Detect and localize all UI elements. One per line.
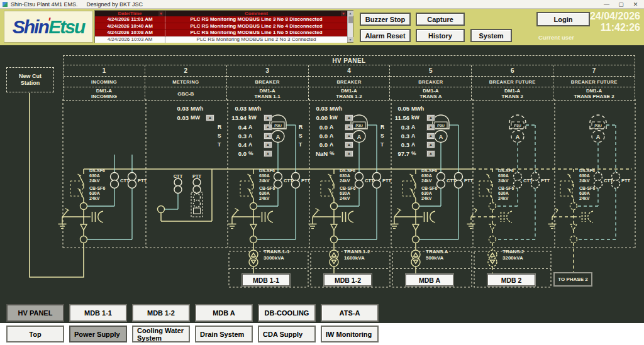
scroll-down-icon[interactable]: ▼ bbox=[348, 37, 353, 42]
alarm-list-header: Date/Time ▼ Comment ▼ bbox=[95, 11, 347, 16]
meter-unit: A bbox=[409, 133, 425, 139]
screen-nav-row: HV PANELMDB 1-1MDB 1-2MDB ADB-COOLINGATS… bbox=[0, 304, 644, 323]
hv-column-5: 5BREAKERDM1-ATRANS A bbox=[390, 65, 472, 100]
hv-column-number: 1 bbox=[64, 65, 145, 77]
chart-peak-icon: ▲ bbox=[266, 134, 270, 138]
chart-peak-icon: ▲ bbox=[429, 143, 433, 146]
meter-value: 0.3 bbox=[225, 133, 247, 140]
phase-label: R bbox=[299, 124, 306, 130]
current-user-label: Current user bbox=[538, 34, 574, 41]
meter-unit: A bbox=[409, 141, 425, 148]
hv-panel-title: HV PANEL bbox=[64, 56, 635, 65]
meter-value: 0.03 bbox=[167, 105, 189, 112]
trend-button[interactable]: ▲ bbox=[426, 133, 435, 140]
logo-part2: Etsu bbox=[48, 16, 84, 38]
mdb-button-mdb-2[interactable]: MDB 2 bbox=[487, 274, 535, 286]
buzzer-stop-button[interactable]: Buzzer Stop bbox=[360, 13, 411, 26]
nav-button-cda-supply[interactable]: CDA Supply bbox=[258, 326, 316, 342]
trend-button[interactable]: ▲ bbox=[345, 141, 353, 148]
hv-column-number: 2 bbox=[145, 65, 226, 77]
maximize-icon[interactable]: ▢ bbox=[614, 0, 628, 9]
chart-peak-icon: ▲ bbox=[429, 134, 433, 138]
meter-unit: A bbox=[247, 141, 262, 148]
alarm-row[interactable]: 4/24/2026 10:40 AMPLC RS Monitoring MODB… bbox=[95, 23, 347, 30]
mdb-button-mdb-a[interactable]: MDB A bbox=[406, 274, 453, 286]
single-line-diagram: DS-SF6630A24kVCB-SF6630A24kVCTTPTTDS-SF6… bbox=[0, 45, 644, 323]
system-button[interactable]: System bbox=[470, 29, 512, 42]
chart-peak-icon: ▲ bbox=[266, 116, 270, 119]
alarm-row[interactable]: 4/24/2026 10:08 AMPLC RS Monitoring MODB… bbox=[95, 30, 347, 36]
alarm-row[interactable]: 4/24/2026 10:03 AMPLC RS Monitoring MODB… bbox=[95, 36, 347, 43]
alarm-reset-button[interactable]: Alarm Reset bbox=[360, 29, 411, 42]
trend-button[interactable]: ▲ bbox=[345, 150, 353, 157]
nav-button-iw-monitoring[interactable]: IW Monitoring bbox=[321, 326, 379, 342]
meter-value-row: NaN%▲ bbox=[272, 149, 353, 158]
meter-unit: MWh bbox=[247, 106, 262, 112]
hv-column-type: METERING bbox=[145, 77, 226, 87]
hv-column-type: BREAKER bbox=[390, 77, 471, 87]
nav-button-top[interactable]: Top bbox=[6, 326, 64, 342]
hv-column-1: 1INCOMINGDM1-AINCOMING bbox=[64, 65, 145, 100]
meter-value: 0.0 bbox=[225, 150, 247, 157]
minimize-icon[interactable]: — bbox=[599, 0, 614, 9]
trend-button[interactable]: ▲ bbox=[345, 124, 353, 131]
trend-button[interactable]: ▲ bbox=[264, 141, 272, 148]
nav-button-mdb-a[interactable]: MDB A bbox=[195, 304, 253, 322]
hv-column-number: 5 bbox=[390, 65, 471, 77]
window-subtitle: Designed by BKT JSC bbox=[87, 1, 143, 8]
alarm-column-datetime: Date/Time ▼ bbox=[95, 11, 165, 16]
window-title: Shin-Etsu Plant 4M1 EMS. bbox=[11, 1, 78, 8]
trend-button[interactable]: ▲ bbox=[426, 114, 435, 121]
phase-label: T bbox=[218, 141, 225, 148]
mdb-button-mdb-1-1[interactable]: MDB 1-1 bbox=[242, 274, 290, 286]
nav-button-drain-system[interactable]: Drain System bbox=[195, 326, 253, 342]
meter-value-row: 0.03MWh bbox=[272, 104, 353, 112]
capture-button[interactable]: Capture bbox=[416, 13, 465, 26]
new-cut-station-box[interactable]: New Cut Station bbox=[6, 67, 54, 92]
hv-column-type: BREAKER FUTURE bbox=[553, 77, 635, 87]
nav-button-db-cooling[interactable]: DB-COOLING bbox=[258, 304, 316, 322]
alarm-time: 4/24/2026 10:40 AM bbox=[95, 23, 165, 30]
alarm-list: Date/Time ▼ Comment ▼ 4/24/2026 11:01 AM… bbox=[94, 10, 353, 43]
nav-button-cooling-water-system[interactable]: Cooling Water System bbox=[132, 326, 190, 342]
nav-button-ats-a[interactable]: ATS-A bbox=[321, 304, 379, 322]
to-phase-2-button[interactable]: TO PHASE 2 bbox=[553, 272, 592, 287]
alarm-row[interactable]: 4/24/2026 11:01 AMPLC RS Monitoring MODB… bbox=[95, 16, 347, 23]
meter-block-col3: 0.03MWh13.94kW▲R0.4A▲S0.3A▲T0.4A▲0.0%▲ bbox=[191, 104, 272, 158]
scroll-up-icon[interactable]: ▲ bbox=[348, 11, 353, 16]
hv-column-6: 6BREAKER FUTUREDM1-ATRANS 2 bbox=[472, 65, 553, 100]
nav-button-power-supply[interactable]: Power Supply bbox=[69, 326, 127, 342]
scroll-thumb[interactable] bbox=[348, 16, 353, 23]
meter-unit: kW bbox=[409, 114, 425, 121]
logo-accent: ' bbox=[48, 15, 50, 29]
phase-label: T bbox=[380, 141, 388, 148]
nav-button-hv-panel[interactable]: HV PANEL bbox=[6, 304, 64, 322]
window-titlebar: Shin-Etsu Plant 4M1 EMS. Designed by BKT… bbox=[0, 0, 644, 9]
header-bar: Shin ' Etsu Date/Time ▼ Comment ▼ 4/24/2… bbox=[0, 9, 644, 45]
meter-value: 0.05 bbox=[388, 105, 409, 112]
alarm-column-comment: Comment ▼ bbox=[165, 11, 347, 16]
trend-button[interactable]: ▲ bbox=[426, 150, 435, 157]
trend-button[interactable]: ▲ bbox=[264, 133, 272, 140]
trend-button[interactable]: ▲ bbox=[426, 141, 435, 148]
nav-button-mdb-1-2[interactable]: MDB 1-2 bbox=[132, 304, 190, 322]
mdb-button-mdb-1-2[interactable]: MDB 1-2 bbox=[324, 274, 372, 286]
trend-button[interactable]: ▲ bbox=[264, 150, 272, 157]
trend-button[interactable]: ▲ bbox=[264, 114, 272, 121]
trend-button[interactable]: ▲ bbox=[264, 124, 272, 131]
meter-value: 0.0 bbox=[306, 133, 328, 140]
alarm-comment: PLC RS Monitoring MODBUS Line 3 No 8 Dis… bbox=[165, 16, 347, 23]
history-button[interactable]: History bbox=[416, 29, 465, 42]
trend-button[interactable]: ▲ bbox=[345, 114, 353, 121]
hv-column-name: DM1-ATRANS 2 bbox=[472, 87, 553, 100]
close-icon[interactable]: ✕ bbox=[628, 0, 643, 9]
filter-icon[interactable]: ▼ bbox=[341, 11, 346, 16]
shinetsu-logo: Shin ' Etsu bbox=[4, 11, 93, 43]
alarm-scrollbar[interactable]: ▲ ▼ bbox=[347, 11, 353, 42]
alarm-time: 4/24/2026 10:08 AM bbox=[95, 30, 165, 36]
trend-button[interactable]: ▲ bbox=[345, 133, 353, 140]
meter-unit: A bbox=[328, 133, 343, 139]
filter-icon[interactable]: ▼ bbox=[158, 11, 164, 16]
nav-button-mdb-1-1[interactable]: MDB 1-1 bbox=[69, 304, 127, 322]
trend-button[interactable]: ▲ bbox=[426, 124, 435, 131]
